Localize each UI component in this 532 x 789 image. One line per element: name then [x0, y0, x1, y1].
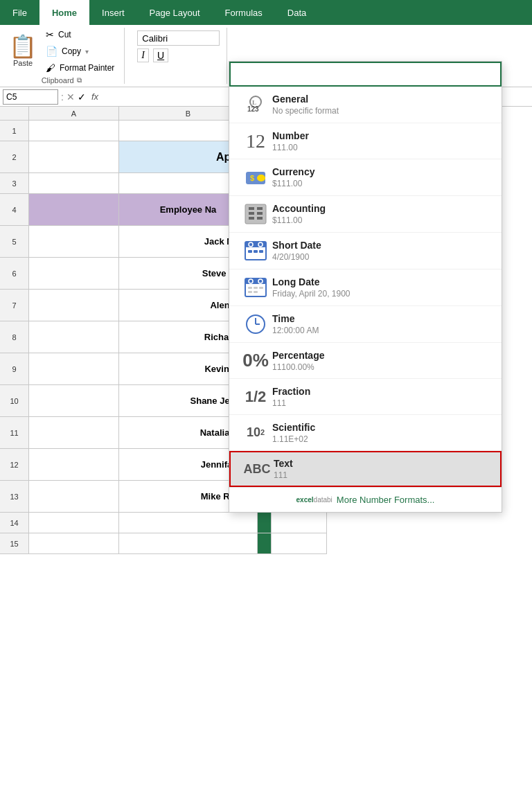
more-formats-button[interactable]: exceldatabi More Number Formats...	[229, 487, 502, 512]
more-formats-label: More Number Formats...	[337, 495, 435, 505]
cell-a9[interactable]	[29, 353, 119, 385]
col-header-a[interactable]: A	[29, 107, 119, 121]
cell-a3[interactable]	[29, 173, 119, 194]
short-date-title: Short Date	[272, 240, 492, 251]
svg-rect-28	[254, 291, 258, 293]
format-item-number[interactable]: 12 Number 111.00	[229, 123, 502, 159]
cell-a5[interactable]	[29, 226, 119, 258]
percentage-subtitle: 11100.00%	[272, 362, 492, 372]
time-title: Time	[272, 313, 492, 324]
paste-label: Paste	[13, 59, 33, 67]
svg-rect-17	[248, 250, 252, 253]
tab-home[interactable]: Home	[39, 0, 89, 25]
row-num-12: 12	[0, 449, 29, 481]
cell-c15[interactable]	[258, 533, 272, 554]
accounting-title: Accounting	[272, 203, 492, 214]
scientific-icon: 102	[239, 426, 272, 440]
svg-rect-6	[245, 204, 266, 224]
tab-formulas[interactable]: Formulas	[213, 0, 275, 25]
svg-text:123: 123	[247, 105, 259, 113]
format-item-long-date[interactable]: Long Date Friday, April 20, 1900	[229, 269, 502, 306]
text-format-title: Text	[274, 458, 490, 469]
scientific-text: Scientific 1.11E+02	[272, 422, 492, 444]
name-box[interactable]	[3, 89, 58, 105]
cell-d15[interactable]	[272, 533, 327, 554]
font-name-box[interactable]: Calibri	[137, 30, 220, 46]
currency-text: Currency $111.00	[272, 166, 492, 188]
format-item-short-date[interactable]: Short Date 4/20/1900	[229, 233, 502, 269]
cell-a1[interactable]	[29, 121, 119, 141]
format-painter-button[interactable]: 🖌 Format Painter	[43, 61, 117, 75]
clipboard-expand-icon[interactable]: ⧉	[77, 76, 82, 85]
formula-check-icon[interactable]: ✓	[78, 91, 86, 103]
svg-text:$: $	[250, 174, 254, 182]
cell-a7[interactable]	[29, 290, 119, 321]
cell-c14[interactable]	[258, 513, 272, 533]
formula-colon: :	[61, 91, 64, 103]
cell-a2[interactable]	[29, 141, 119, 173]
row-num-9: 9	[0, 353, 29, 385]
tab-page-layout[interactable]: Page Layout	[137, 0, 213, 25]
format-search-input[interactable]	[229, 62, 502, 87]
tab-insert[interactable]: Insert	[89, 0, 137, 25]
number-text: Number 111.00	[272, 130, 492, 152]
currency-title: Currency	[272, 166, 492, 177]
general-title: General	[272, 94, 492, 105]
currency-icon: $	[239, 165, 272, 190]
copy-button[interactable]: 📄 Copy ▾	[43, 44, 117, 58]
format-item-percentage[interactable]: 0% Percentage 11100.00%	[229, 343, 502, 379]
cell-a6[interactable]	[29, 258, 119, 290]
tab-data[interactable]: Data	[275, 0, 319, 25]
format-item-fraction[interactable]: 1/2 Fraction 111	[229, 379, 502, 415]
time-subtitle: 12:00:00 AM	[272, 326, 492, 335]
italic-button[interactable]: I	[137, 48, 149, 62]
svg-rect-27	[248, 291, 252, 293]
copy-icon: 📄	[46, 46, 57, 57]
cell-a10[interactable]	[29, 385, 119, 417]
cell-a14[interactable]	[29, 513, 119, 533]
cell-d14[interactable]	[272, 513, 327, 533]
format-item-text[interactable]: ABC Text 111	[229, 451, 502, 487]
row-num-3: 3	[0, 173, 29, 194]
cell-a12[interactable]	[29, 449, 119, 481]
cell-a11[interactable]	[29, 417, 119, 449]
formula-close-icon[interactable]: ✕	[66, 91, 75, 103]
format-item-general[interactable]: L 123 General No specific format	[229, 87, 502, 123]
cell-a13[interactable]	[29, 481, 119, 513]
tab-file[interactable]: File	[0, 0, 39, 25]
cell-a8[interactable]	[29, 321, 119, 353]
cut-button[interactable]: ✂ Cut	[43, 28, 117, 42]
format-item-time[interactable]: Time 12:00:00 AM	[229, 306, 502, 343]
clipboard-buttons: 📋 Paste ✂ Cut 📄 Copy ▾ 🖌 Forma	[6, 28, 117, 75]
cell-b15[interactable]	[119, 533, 258, 554]
number-icon: 12	[239, 130, 272, 152]
svg-rect-24	[248, 287, 252, 289]
row-num-8: 8	[0, 321, 29, 353]
cell-a4[interactable]	[29, 194, 119, 226]
ribbon-tabs: File Home Insert Page Layout Formulas Da…	[0, 0, 532, 25]
cell-a15[interactable]	[29, 533, 119, 554]
clipboard-group-label: Clipboard ⧉	[6, 76, 117, 85]
svg-rect-12	[257, 217, 263, 220]
cell-b14[interactable]	[119, 513, 258, 533]
text-abc-icon: ABC	[240, 462, 274, 477]
percentage-icon: 0%	[239, 350, 272, 371]
row-num-10: 10	[0, 385, 29, 417]
paste-button[interactable]: 📋 Paste	[6, 30, 40, 72]
cut-icon: ✂	[46, 29, 54, 40]
format-item-scientific[interactable]: 102 Scientific 1.11E+02	[229, 415, 502, 451]
long-date-text: Long Date Friday, April 20, 1900	[272, 276, 492, 299]
long-date-title: Long Date	[272, 276, 492, 287]
format-item-accounting[interactable]: Accounting $111.00	[229, 196, 502, 233]
format-item-currency[interactable]: $ Currency $111.00	[229, 159, 502, 196]
scientific-title: Scientific	[272, 422, 492, 433]
format-painter-label: Format Painter	[60, 63, 114, 73]
row-num-7: 7	[0, 290, 29, 321]
general-text: General No specific format	[272, 94, 492, 116]
time-icon	[239, 312, 272, 337]
underline-button[interactable]: U	[153, 48, 168, 62]
table-row: 14	[0, 513, 532, 533]
row-num-11: 11	[0, 417, 29, 449]
copy-dropdown-icon[interactable]: ▾	[85, 48, 89, 55]
svg-point-5	[257, 175, 265, 181]
